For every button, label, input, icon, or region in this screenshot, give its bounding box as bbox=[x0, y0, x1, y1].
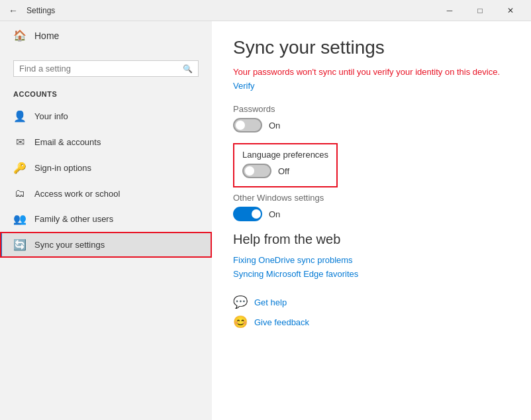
get-help-item[interactable]: 💬 Get help bbox=[233, 295, 510, 309]
home-icon: 🏠 bbox=[13, 29, 26, 42]
passwords-section: Passwords On bbox=[233, 104, 510, 132]
other-windows-section: Other Windows settings On bbox=[233, 193, 510, 221]
get-help-icon: 💬 bbox=[233, 295, 248, 309]
passwords-toggle[interactable] bbox=[233, 118, 262, 132]
back-button[interactable]: ← bbox=[5, 3, 21, 19]
other-windows-toggle-row: On bbox=[233, 207, 510, 221]
other-windows-toggle-thumb bbox=[252, 209, 261, 219]
sidebar-label-family-users: Family & other users bbox=[34, 214, 113, 224]
sign-in-icon: 🔑 bbox=[13, 162, 26, 174]
give-feedback-item[interactable]: 😊 Give feedback bbox=[233, 315, 510, 329]
language-preferences-label: Language preferences bbox=[242, 150, 328, 160]
give-feedback-link[interactable]: Give feedback bbox=[254, 317, 309, 327]
language-toggle[interactable] bbox=[242, 164, 271, 178]
get-help-link[interactable]: Get help bbox=[254, 297, 287, 307]
language-toggle-label: Off bbox=[278, 166, 289, 176]
sidebar-search-container: 🔍 bbox=[0, 50, 212, 90]
title-bar: ← Settings ─ □ ✕ bbox=[0, 0, 531, 21]
minimize-button[interactable]: ─ bbox=[434, 0, 465, 21]
sidebar-label-email-accounts: Email & accounts bbox=[34, 137, 101, 147]
search-icon: 🔍 bbox=[183, 64, 193, 74]
language-preferences-box: Language preferences Off bbox=[233, 143, 338, 187]
main-content: Sync your settings Your passwords won't … bbox=[212, 21, 531, 420]
title-bar-title: Settings bbox=[26, 6, 434, 15]
email-icon: ✉ bbox=[13, 136, 26, 148]
close-button[interactable]: ✕ bbox=[495, 0, 526, 21]
warning-text: Your passwords won't sync until you veri… bbox=[233, 66, 510, 78]
other-windows-label: Other Windows settings bbox=[233, 193, 510, 203]
access-work-icon: 🗂 bbox=[13, 187, 26, 199]
other-windows-toggle-track bbox=[233, 207, 262, 221]
feedback-section: 💬 Get help 😊 Give feedback bbox=[233, 295, 510, 329]
sidebar-label-your-info: Your info bbox=[34, 111, 68, 121]
sidebar-item-sync-settings[interactable]: 🔄 Sync your settings bbox=[0, 232, 212, 258]
give-feedback-icon: 😊 bbox=[233, 315, 248, 329]
help-title: Help from the web bbox=[233, 232, 510, 247]
sidebar-section-title: Accounts bbox=[0, 90, 212, 103]
help-link-onedrive[interactable]: Fixing OneDrive sync problems bbox=[233, 255, 510, 265]
passwords-label: Passwords bbox=[233, 104, 510, 114]
app-body: 🏠 Home 🔍 Accounts 👤 Your info ✉ Email & … bbox=[0, 21, 531, 420]
sidebar-label-sync-settings: Sync your settings bbox=[34, 240, 105, 250]
sidebar-item-home[interactable]: 🏠 Home bbox=[0, 21, 212, 50]
search-box[interactable]: 🔍 bbox=[13, 60, 199, 77]
other-windows-toggle[interactable] bbox=[233, 207, 262, 221]
language-toggle-track bbox=[242, 164, 271, 178]
sidebar-label-sign-in-options: Sign-in options bbox=[34, 163, 91, 173]
other-windows-toggle-label: On bbox=[269, 209, 280, 219]
verify-link[interactable]: Verify bbox=[233, 81, 510, 91]
language-toggle-row: Off bbox=[242, 164, 328, 178]
help-section: Help from the web Fixing OneDrive sync p… bbox=[233, 232, 510, 279]
search-input[interactable] bbox=[19, 64, 180, 74]
window-controls: ─ □ ✕ bbox=[434, 0, 526, 21]
maximize-button[interactable]: □ bbox=[465, 0, 495, 21]
page-title: Sync your settings bbox=[233, 37, 510, 58]
passwords-toggle-row: On bbox=[233, 118, 510, 132]
help-link-edge[interactable]: Syncing Microsoft Edge favorites bbox=[233, 269, 510, 279]
sidebar-label-access-work: Access work or school bbox=[34, 189, 120, 199]
family-icon: 👥 bbox=[13, 213, 26, 225]
your-info-icon: 👤 bbox=[13, 110, 26, 123]
sidebar-item-email-accounts[interactable]: ✉ Email & accounts bbox=[0, 129, 212, 155]
sidebar-item-access-work[interactable]: 🗂 Access work or school bbox=[0, 181, 212, 206]
passwords-toggle-label: On bbox=[269, 121, 280, 131]
passwords-toggle-thumb bbox=[236, 121, 245, 130]
passwords-toggle-track bbox=[233, 118, 262, 132]
sidebar-item-your-info[interactable]: 👤 Your info bbox=[0, 103, 212, 129]
home-label: Home bbox=[34, 30, 59, 41]
sidebar: 🏠 Home 🔍 Accounts 👤 Your info ✉ Email & … bbox=[0, 21, 212, 420]
sidebar-item-sign-in-options[interactable]: 🔑 Sign-in options bbox=[0, 155, 212, 181]
sync-icon: 🔄 bbox=[13, 238, 26, 251]
sidebar-item-family-users[interactable]: 👥 Family & other users bbox=[0, 206, 212, 232]
language-toggle-thumb bbox=[245, 166, 254, 176]
